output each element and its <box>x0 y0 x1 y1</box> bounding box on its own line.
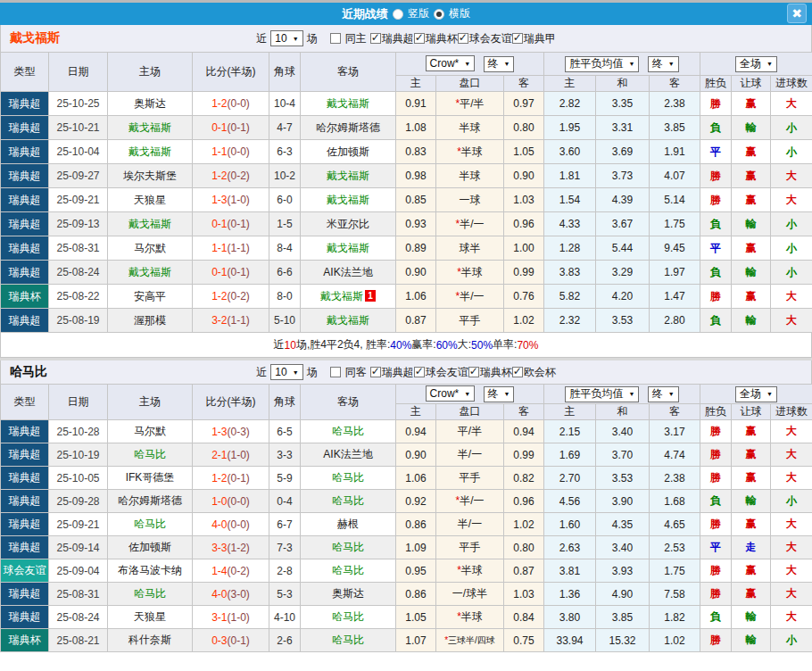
asia-away-odds: 0.75 <box>504 629 544 652</box>
close-icon[interactable]: ✖ <box>787 4 807 23</box>
away-team-name: 米亚尔比 <box>327 218 369 230</box>
col-header-wl: 胜负 <box>700 76 732 92</box>
result-goals: 大 <box>771 583 812 606</box>
league-filter-checkbox[interactable] <box>414 367 425 377</box>
league-badge: 瑞典超 <box>1 583 49 606</box>
corner-score: 5-10 <box>269 309 301 333</box>
handicap-star: * <box>457 564 461 576</box>
scope-select[interactable]: 全场▼ <box>735 386 777 402</box>
league-filter-label[interactable]: 瑞典杯 <box>480 365 512 380</box>
asia-final-select[interactable]: 终▼ <box>484 386 515 402</box>
home-team-name: 科什奈斯 <box>128 634 171 646</box>
col-header-home: 主场 <box>108 385 193 420</box>
asia-final-select[interactable]: 终▼ <box>484 56 515 72</box>
same-venue-checkbox[interactable] <box>330 367 341 377</box>
halftime-score: (1-1) <box>228 314 250 327</box>
same-venue-label[interactable]: 同客 <box>345 365 367 380</box>
fulltime-score: 1-4 <box>211 565 227 577</box>
corner-score: 6-3 <box>269 140 301 164</box>
euro-final-select[interactable]: 终▼ <box>648 56 679 72</box>
scope-select[interactable]: 全场▼ <box>735 56 777 72</box>
result-handicap: 赢 <box>732 285 771 309</box>
euro-home-odds: 2.82 <box>544 92 596 116</box>
odds-company-select[interactable]: Crow*▼ <box>426 385 476 402</box>
match-count-select[interactable]: 10▼ <box>270 30 302 46</box>
league-filter-label[interactable]: 欧会杯 <box>524 365 556 380</box>
asia-handicap: *半球 <box>436 606 504 629</box>
vertical-layout-label[interactable]: 竖版 <box>408 6 429 21</box>
asia-handicap: 半球 <box>436 164 504 188</box>
match-row: 瑞典超25-09-27埃尔夫斯堡1-2(0-2)10-2戴戈福斯0.98半球0.… <box>1 164 812 188</box>
league-filter-label[interactable]: 球会友谊 <box>469 31 512 46</box>
league-filter-checkbox[interactable] <box>468 367 479 377</box>
horizontal-layout-radio[interactable] <box>434 9 444 20</box>
asia-handicap: *平/半 <box>436 92 504 116</box>
match-date: 25-09-04 <box>49 559 108 583</box>
league-filter-checkbox[interactable] <box>370 33 381 44</box>
league-filter-checkbox[interactable] <box>512 367 523 377</box>
match-score: 1-1(1-1) <box>193 236 269 261</box>
league-badge: 瑞典超 <box>1 140 49 164</box>
asia-home-odds: 0.95 <box>396 559 436 583</box>
euro-draw-odds: 3.53 <box>596 309 650 333</box>
asia-handicap: 球半 <box>436 236 504 261</box>
away-team: 哈马比 <box>301 606 396 629</box>
euro-draw-odds: 4.90 <box>596 583 650 606</box>
asia-home-odds: 0.85 <box>396 188 436 212</box>
match-score: 1-3(1-0) <box>193 188 269 212</box>
league-filter-label[interactable]: 瑞典超 <box>382 31 414 46</box>
near-label: 近 <box>256 365 267 380</box>
asia-handicap: 一球 <box>436 188 504 212</box>
away-team: 哈马比 <box>301 420 396 443</box>
league-filter-label[interactable]: 瑞典杯 <box>426 31 458 46</box>
league-filter-checkbox[interactable] <box>414 33 425 44</box>
euro-home-odds: 3.83 <box>544 261 596 285</box>
league-filter-label[interactable]: 瑞典超 <box>382 365 414 380</box>
result-handicap: 赢 <box>732 513 771 536</box>
red-card-badge: 1 <box>365 290 376 302</box>
home-team-name: 天狼星 <box>134 194 166 206</box>
league-filter-checkbox[interactable] <box>512 33 523 44</box>
euro-home-odds: 1.54 <box>544 188 596 212</box>
asia-home-odds: 1.07 <box>396 629 436 652</box>
same-venue-label[interactable]: 同主 <box>345 31 367 46</box>
odds-company-select[interactable]: Crow*▼ <box>426 55 476 71</box>
away-team-name: 戴戈福斯 <box>327 242 369 254</box>
match-date: 25-08-19 <box>49 309 108 333</box>
league-filter-checkbox[interactable] <box>370 367 381 377</box>
euro-final-select[interactable]: 终▼ <box>648 386 679 402</box>
league-badge: 瑞典超 <box>1 164 49 188</box>
result-winloss: 平 <box>700 236 732 261</box>
euro-avg-select[interactable]: 胜平负均值▼ <box>565 56 639 72</box>
home-team: 天狼星 <box>108 188 193 212</box>
away-team-name: 哈马比 <box>332 494 364 507</box>
horizontal-layout-label[interactable]: 横版 <box>449 6 470 21</box>
match-row: 瑞典超25-08-24天狼星3-1(1-0)4-10哈马比1.05*半球0.84… <box>1 606 812 629</box>
halftime-score: (1-0) <box>228 194 250 206</box>
match-count-select[interactable]: 10▼ <box>270 364 302 380</box>
result-group: 全场▼ <box>700 53 812 76</box>
fulltime-score: 3-1 <box>211 611 227 624</box>
asia-away-odds: 1.03 <box>504 583 544 606</box>
league-filter: 球会友谊 <box>458 31 512 46</box>
league-filter-label[interactable]: 瑞典甲 <box>524 31 556 46</box>
asia-home-odds: 1.06 <box>396 285 436 309</box>
summary-segment: 场,胜4平2负4, 胜率: <box>296 337 390 352</box>
col-header-home: 主场 <box>108 53 193 92</box>
home-team: 戴戈福斯 <box>108 261 193 285</box>
team-section-home: 戴戈福斯 近 10▼ 场 同主 瑞典超瑞典杯球会友谊瑞典甲 类型 <box>0 25 812 358</box>
col-header-corner: 角球 <box>269 385 301 420</box>
halftime-score: (1-0) <box>228 449 250 461</box>
vertical-layout-radio[interactable] <box>393 9 403 20</box>
fulltime-score: 1-1 <box>211 145 227 158</box>
euro-avg-select[interactable]: 胜平负均值▼ <box>565 386 639 402</box>
league-filter-checkbox[interactable] <box>458 33 468 44</box>
asia-away-odds: 0.99 <box>504 443 544 467</box>
same-venue-checkbox[interactable] <box>330 33 341 44</box>
result-goals: 小 <box>771 140 812 164</box>
match-score: 1-2(0-1) <box>193 467 269 490</box>
league-filter-label[interactable]: 球会友谊 <box>426 365 468 380</box>
euro-home-odds: 1.28 <box>544 236 596 261</box>
halftime-score: (0-1) <box>228 121 250 134</box>
home-team-name: 马尔默 <box>134 242 166 254</box>
